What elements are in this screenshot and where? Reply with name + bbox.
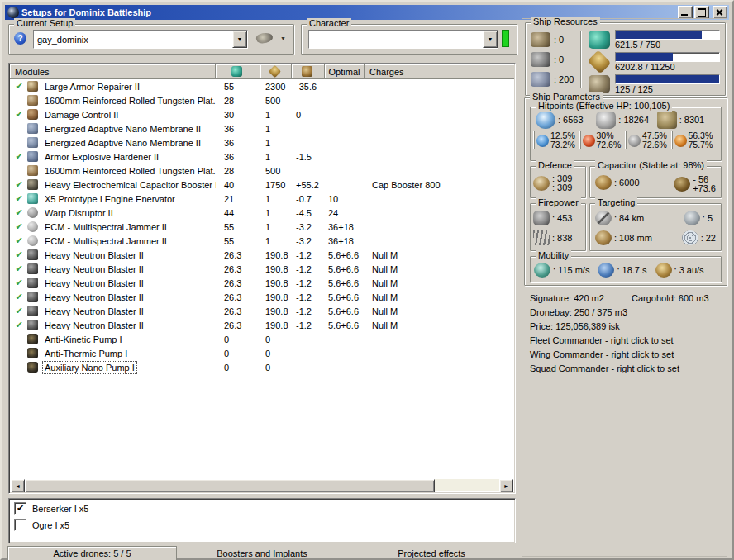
setup-combobox[interactable]: gay_dominix ▼ bbox=[33, 30, 248, 49]
character-dropdown-button[interactable]: ▼ bbox=[483, 31, 498, 48]
module-row[interactable]: ✔ Heavy Neutron Blaster II 26.3 190.8 -1… bbox=[10, 276, 514, 290]
module-icon bbox=[27, 151, 38, 162]
module-cpu-value: 0 bbox=[216, 363, 260, 373]
armor-resist-value: 72.6% bbox=[597, 140, 622, 149]
module-row[interactable]: ✔ Auxiliary Nano Pump I 0 0 bbox=[10, 360, 514, 374]
help-button[interactable]: ? bbox=[14, 32, 26, 45]
align-time-icon bbox=[598, 263, 614, 278]
resource-bar-label: 6202.8 / 11250 bbox=[615, 62, 720, 72]
hitpoints-label: Hitpoints (Effective HP: 100,105) bbox=[536, 101, 672, 112]
horizontal-scrollbar[interactable]: ◄ ► bbox=[11, 479, 513, 491]
character-status-indicator bbox=[502, 30, 509, 47]
active-check-icon: ✔ bbox=[14, 234, 24, 248]
volley-icon bbox=[533, 211, 550, 225]
ship-menu-caret-icon[interactable]: ▼ bbox=[280, 36, 286, 41]
module-row[interactable]: ✔ 1600mm Reinforced Rolled Tungsten Plat… bbox=[10, 164, 514, 178]
drone-checkbox[interactable]: ✔ bbox=[14, 502, 26, 515]
module-powergrid-value: 1 bbox=[260, 110, 292, 120]
resist-icon bbox=[583, 135, 595, 147]
resource-bar bbox=[615, 52, 720, 62]
modules-list: ✔ Large Armor Repairer II 55 2300 -35.6 bbox=[10, 79, 514, 374]
hitpoint-pool: : 6563 bbox=[536, 111, 596, 129]
tab-active-drones[interactable]: Active drones: 5 / 5 bbox=[7, 546, 177, 560]
scroll-left-button[interactable]: ◄ bbox=[11, 479, 25, 492]
module-optimal-value: 24 bbox=[325, 208, 365, 218]
module-row[interactable]: ✔ Heavy Electrochemical Capacitor Booste… bbox=[10, 178, 514, 192]
capacitor-capacity: : 6000 bbox=[614, 178, 640, 187]
drone-item[interactable]: ✔ Ogre I x5 bbox=[14, 518, 515, 532]
drone-item[interactable]: ✔ Berserker I x5 bbox=[14, 501, 515, 515]
module-name: Heavy Neutron Blaster II bbox=[43, 320, 145, 331]
current-setup-label: Current Setup bbox=[14, 18, 75, 29]
module-row[interactable]: ✔ Damage Control II 30 1 0 bbox=[10, 107, 514, 121]
module-powergrid-value: 0 bbox=[260, 349, 292, 358]
maximize-button[interactable] bbox=[694, 6, 709, 19]
module-cap-value: -3.2 bbox=[292, 236, 325, 246]
fleet-commander-setting[interactable]: Fleet Commander - right click to set bbox=[530, 334, 723, 348]
module-row[interactable]: ✔ Heavy Neutron Blaster II 26.3 190.8 -1… bbox=[10, 262, 514, 276]
tab-projected-effects[interactable]: Projected effects bbox=[349, 546, 514, 560]
minimize-button[interactable] bbox=[678, 6, 693, 19]
resist-cell: 47.5% 72.6% bbox=[626, 131, 672, 149]
module-row[interactable]: ✔ Heavy Neutron Blaster II 26.3 190.8 -1… bbox=[10, 318, 514, 332]
module-row[interactable]: ✔ Anti-Kinetic Pump I 0 0 bbox=[10, 332, 514, 346]
module-row[interactable]: ✔ Large Armor Repairer II 55 2300 -35.6 bbox=[10, 79, 514, 93]
module-cpu-value: 28 bbox=[216, 166, 260, 176]
module-row[interactable]: ✔ ECM - Multispectral Jammer II 55 1 -3.… bbox=[10, 234, 514, 248]
active-check-icon: ✔ bbox=[14, 318, 24, 332]
sensor-strength-value: : 22 bbox=[701, 233, 716, 243]
column-charges[interactable]: Charges bbox=[365, 64, 514, 79]
wing-commander-setting[interactable]: Wing Commander - right click to set bbox=[530, 348, 723, 362]
module-name: Heavy Neutron Blaster II bbox=[43, 263, 145, 275]
module-cap-value: -1.2 bbox=[292, 320, 325, 330]
module-row[interactable]: ✔ Anti-Thermic Pump I 0 0 bbox=[10, 346, 514, 360]
column-capacitor[interactable] bbox=[292, 64, 325, 79]
module-row[interactable]: ✔ X5 Prototype I Engine Enervator 21 1 -… bbox=[10, 192, 514, 206]
module-cpu-value: 0 bbox=[216, 335, 260, 344]
tab-boosters-implants[interactable]: Boosters and Implants bbox=[179, 546, 345, 560]
module-row[interactable]: ✔ Energized Adaptive Nano Membrane II 36… bbox=[10, 135, 514, 149]
squad-commander-setting[interactable]: Squad Commander - right click to set bbox=[530, 362, 723, 376]
setup-dropdown-button[interactable]: ▼ bbox=[232, 31, 247, 48]
module-row[interactable]: ✔ 1600mm Reinforced Rolled Tungsten Plat… bbox=[10, 93, 514, 107]
module-row[interactable]: ✔ Heavy Neutron Blaster II 26.3 190.8 -1… bbox=[10, 290, 514, 304]
module-row[interactable]: ✔ Armor Explosive Hardener II 36 1 -1.5 bbox=[10, 149, 514, 164]
character-combobox-value[interactable] bbox=[309, 31, 483, 48]
hitpoint-value: : 18264 bbox=[618, 115, 649, 125]
column-cpu[interactable] bbox=[216, 64, 260, 79]
targeting-label: Targeting bbox=[595, 197, 637, 208]
resource-bar-row: 125 / 125 bbox=[589, 74, 720, 95]
character-combobox[interactable]: ▼ bbox=[308, 30, 498, 49]
column-powergrid[interactable] bbox=[260, 64, 292, 79]
module-powergrid-value: 1 bbox=[260, 138, 292, 148]
module-row[interactable]: ✔ ECM - Multispectral Jammer II 55 1 -3.… bbox=[10, 220, 514, 234]
module-name: Damage Control II bbox=[43, 109, 120, 121]
module-cpu-value: 0 bbox=[216, 349, 260, 358]
scrollbar-thumb[interactable] bbox=[25, 479, 435, 492]
module-powergrid-value: 190.8 bbox=[260, 292, 292, 302]
active-check-icon: ✔ bbox=[14, 304, 24, 318]
scrollbar-track[interactable] bbox=[25, 479, 499, 491]
column-modules[interactable]: Modules bbox=[10, 64, 216, 79]
scroll-right-button[interactable]: ► bbox=[499, 479, 513, 492]
module-optimal-value: 5.6+6.6 bbox=[325, 278, 365, 288]
resource-bar-row: 621.5 / 750 bbox=[589, 29, 720, 50]
browse-ships-button[interactable] bbox=[252, 29, 277, 47]
module-row[interactable]: ✔ Warp Disruptor II 44 1 -4.5 24 bbox=[10, 206, 514, 220]
module-icon bbox=[27, 306, 38, 316]
module-icon bbox=[27, 123, 38, 134]
armor-resist-value: 75.7% bbox=[689, 140, 713, 149]
targeting-range-value: : 84 km bbox=[614, 213, 644, 223]
module-name: Heavy Neutron Blaster II bbox=[43, 278, 145, 289]
active-check-icon: ✔ bbox=[14, 149, 24, 164]
module-powergrid-value: 190.8 bbox=[260, 278, 292, 288]
ship-parameters-group: Ship Parameters Hitpoints (Effective HP:… bbox=[524, 97, 727, 286]
close-button[interactable] bbox=[713, 6, 727, 19]
module-row[interactable]: ✔ Energized Adaptive Nano Membrane II 36… bbox=[10, 121, 514, 135]
setup-combobox-value[interactable]: gay_dominix bbox=[34, 31, 232, 48]
column-optimal[interactable]: Optimal bbox=[325, 64, 365, 79]
module-row[interactable]: ✔ Heavy Neutron Blaster II 26.3 190.8 -1… bbox=[10, 248, 514, 262]
module-charge-value: Null M bbox=[365, 264, 514, 274]
drone-checkbox[interactable]: ✔ bbox=[14, 519, 26, 531]
module-row[interactable]: ✔ Heavy Neutron Blaster II 26.3 190.8 -1… bbox=[10, 304, 514, 318]
